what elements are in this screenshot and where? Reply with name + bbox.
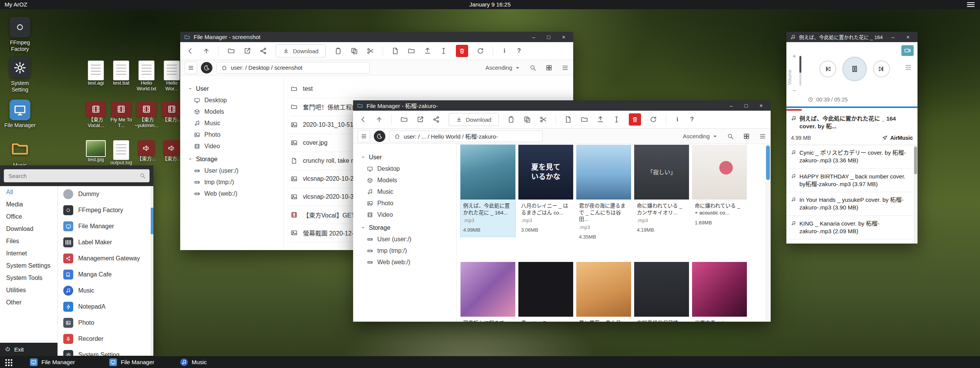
exit-button[interactable]: Exit [0,343,58,356]
breadcrumb[interactable]: user: / Desktop / screenshot [216,62,370,74]
sidebar-item-models[interactable]: Models [361,175,456,186]
player-menu-icon[interactable] [904,64,912,71]
start-menu-scrollbar[interactable] [151,186,153,356]
file-tile[interactable]: 命に嫌われている _ + acoustic co...1.69MB [692,145,747,229]
category-all[interactable]: All [0,186,58,198]
app-item-music[interactable]: Music [58,283,151,299]
open-folder-icon[interactable] [227,47,235,55]
share-icon[interactable] [260,47,267,55]
app-item-file-manager[interactable]: File Manager [58,218,151,234]
desktop-file-icon[interactable]: test.bat [109,61,133,86]
sidebar-item-user-drive[interactable]: User (user:/) [188,165,283,177]
sidebar-section-storage[interactable]: Storage [361,224,456,231]
file-tile[interactable]: 世要東真 _ Avaso... [692,262,747,322]
playlist-item[interactable]: Cynic _ ポリスピカデリー cover. by 柘榴-zakuro-.mp… [786,145,914,169]
file-row[interactable]: test [291,80,573,98]
sidebar-item-models[interactable]: Models [188,106,283,118]
rename-icon[interactable] [613,116,620,123]
category-office[interactable]: Office [0,211,58,223]
desktop-file-icon[interactable]: Fly Me To T... [109,101,133,129]
refresh-icon[interactable] [477,47,484,55]
sidebar-section-storage[interactable]: Storage [188,156,283,163]
sidebar-item-desktop[interactable]: Desktop [361,163,456,175]
taskbar-item-music[interactable]: Music [180,356,207,368]
sidebar-item-desktop[interactable]: Desktop [188,95,283,106]
cut-icon[interactable] [367,47,374,55]
top-menu-icon[interactable] [967,2,975,8]
copy-icon[interactable] [523,116,531,123]
download-button[interactable]: Download [449,113,499,126]
sidebar-item-video[interactable]: Video [361,209,456,221]
file-tile[interactable]: 忘知憂怪伴侶薄情... [634,262,689,322]
category-system-tools[interactable]: System Tools [0,272,58,284]
paste-icon[interactable] [334,47,342,55]
category-media[interactable]: Media [0,198,58,211]
window-scrollbar[interactable] [765,144,771,322]
app-item-recorder[interactable]: Recorder [58,331,151,347]
up-icon[interactable] [375,116,383,123]
playlist-item[interactable]: In Your Hands _ yusukeP cover. by 柘榴-zak… [786,192,914,216]
sidebar-item-music[interactable]: Music [361,186,456,198]
app-item-photo[interactable]: Photo [58,315,151,331]
sidebar-item-tmp-drive[interactable]: tmp (tmp:/) [188,177,283,188]
desktop-file-icon[interactable]: test.jpg [84,140,108,163]
search-input[interactable] [4,169,150,182]
rename-icon[interactable] [440,47,447,55]
app-item-ffmpeg-factory[interactable]: FFmpeg Factory [58,202,151,218]
list-view-icon[interactable] [562,64,569,71]
app-item-dummy[interactable]: Dummy [58,186,151,202]
up-icon[interactable] [202,47,210,55]
category-other[interactable]: Other [0,296,58,309]
sidebar-section-user[interactable]: User [361,154,456,161]
file-tile[interactable]: 薔と薔薇 _ 青大月... [576,262,631,322]
help-icon[interactable]: ? [516,47,522,54]
taskbar-item-file-manager-2[interactable]: File Manager [109,356,155,368]
file-tile[interactable]: 「寂しい」 命に嫌われている _ カンザキイオリ....mp34.19MB [634,145,689,237]
file-tile-selected[interactable]: 例えば、今此処に置かれた花に _ 164....mp34.99MB [460,145,515,237]
dark-mode-toggle-button[interactable] [201,62,212,74]
delete-button[interactable] [629,113,641,126]
list-view-toggle-button[interactable] [358,130,370,142]
volume-down-button[interactable]: − [793,87,796,94]
search-icon[interactable] [140,173,146,179]
new-folder-icon[interactable] [408,47,415,55]
new-folder-icon[interactable] [580,116,588,123]
next-track-button[interactable] [873,61,890,77]
airmusic-source[interactable]: AirMusic [882,135,913,141]
app-item-system-setting[interactable]: System Setting [58,347,151,356]
list-view-icon[interactable] [759,133,766,140]
app-item-label-maker[interactable]: Label Maker [58,234,151,250]
dark-mode-toggle-button[interactable] [374,131,385,142]
window-titlebar[interactable]: 例えば、今此処に置かれた花に _ 164 c... – × [786,32,918,42]
list-view-toggle-button[interactable] [185,62,197,74]
sidebar-item-music[interactable]: Music [188,118,283,129]
playlist-scrollbar[interactable] [914,145,918,244]
taskbar-item-file-manager[interactable]: File Manager [30,356,75,368]
upload-icon[interactable] [597,116,604,123]
search-icon[interactable] [727,133,734,140]
help-icon[interactable]: ? [689,116,695,123]
playlist-item[interactable]: HAPPY BIRTHDAY _ back number cover. by柘榴… [786,169,914,193]
app-item-notepada[interactable]: NotepadA [58,299,151,315]
minimize-button[interactable]: – [528,34,539,40]
app-item-management-gateway[interactable]: Management Gateway [58,250,151,267]
copy-icon[interactable] [350,47,358,55]
seek-bar[interactable] [786,106,918,108]
cut-icon[interactable] [539,116,547,123]
maximize-button[interactable]: □ [543,34,554,40]
download-button[interactable]: Download [276,44,326,57]
desktop-file-icon[interactable]: Hello World.txt [135,61,158,92]
category-download[interactable]: Download [0,223,58,235]
info-icon[interactable]: i [502,47,508,54]
category-internet[interactable]: Internet [0,247,58,260]
grid-view-icon[interactable] [743,133,750,140]
minimize-button[interactable]: – [887,34,899,40]
desktop-file-icon[interactable]: test.agi [84,61,108,86]
back-icon[interactable] [359,116,367,123]
open-external-icon[interactable] [243,47,251,55]
sidebar-item-photo[interactable]: Photo [361,198,456,209]
app-item-manga-cafe[interactable]: Manga Cafe [58,267,151,283]
upload-icon[interactable] [424,47,431,55]
category-files[interactable]: Files [0,235,58,247]
refresh-icon[interactable] [649,116,657,123]
